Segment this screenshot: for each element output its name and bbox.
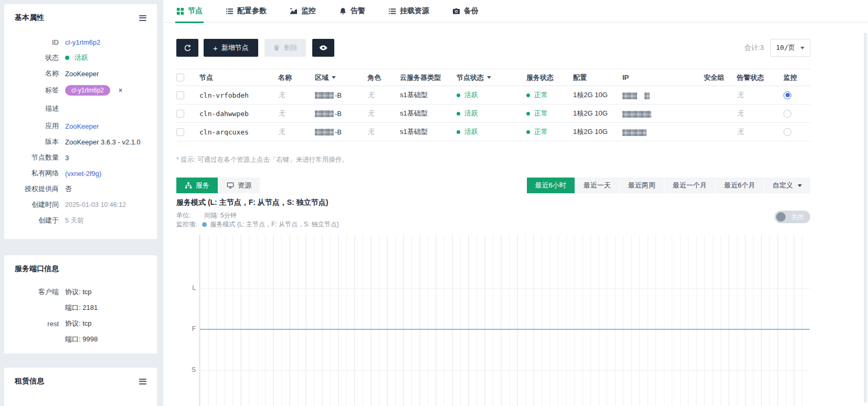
tab-config-params[interactable]: 配置参数	[226, 0, 267, 23]
view-columns-button[interactable]	[312, 39, 334, 57]
table-row[interactable]: cln-vrfobdeh 无 -B 无 s1基础型 活跃 正常 1核2G 10G…	[176, 86, 810, 105]
field-app: 应用 ZooKeeper	[4, 118, 157, 134]
view-switch: 服务 资源	[176, 178, 260, 193]
node-id[interactable]: cln-arqcuxes	[199, 128, 278, 136]
table-row[interactable]: cln-arqcuxes 无 -B 无 s1基础型 活跃 正常 1核2G 10G…	[176, 123, 810, 141]
field-status: 状态 活跃	[4, 50, 157, 66]
page-size-select[interactable]: 10/页	[770, 39, 810, 57]
interval-label: 间隔: 5分钟	[204, 211, 236, 220]
service-mode-chart: L F S	[199, 235, 810, 406]
status-dot	[457, 93, 460, 97]
y-tick-F: F	[176, 325, 196, 332]
tab-monitoring[interactable]: 监控	[290, 0, 316, 23]
range-6h-button[interactable]: 最近6小时	[527, 178, 575, 193]
delete-button[interactable]: 删除	[264, 39, 306, 57]
toggle-knob	[776, 212, 786, 222]
gridline	[200, 370, 810, 371]
y-tick-L: L	[176, 284, 196, 292]
basic-properties-panel: 基本属性 ID cl-y1rlm6p2 状态 活跃 名称 ZooKeeper 标…	[4, 4, 157, 239]
redacted-ip	[622, 92, 637, 99]
range-1m-button[interactable]: 最近一个月	[664, 178, 715, 193]
node-id[interactable]: cln-vrfobdeh	[199, 91, 278, 99]
chevron-down-icon	[800, 47, 805, 49]
tab-bar: 节点 配置参数 监控 告警 挂载资源 备份	[163, 0, 868, 23]
panel-menu-icon[interactable]	[139, 379, 146, 384]
row-checkbox[interactable]	[176, 128, 184, 136]
active-tab-underline	[175, 22, 204, 23]
field-id: ID cl-y1rlm6p2	[4, 34, 157, 50]
remove-tag-icon[interactable]: ×	[119, 87, 122, 94]
table-row[interactable]: cln-dahwwpeb 无 -B 无 s1基础型 活跃 正常 1核2G 10G…	[176, 105, 810, 123]
cluster-id-link[interactable]: cl-y1rlm6p2	[65, 38, 100, 46]
redacted-region	[315, 129, 334, 136]
range-custom-button[interactable]: 自定义	[764, 178, 810, 193]
node-toolbar: + 新增节点 删除 合计:3 10/页	[176, 39, 810, 57]
lease-info-panel: 租赁信息	[4, 368, 157, 406]
redacted-region	[315, 92, 334, 99]
sort-node-status-icon[interactable]	[487, 76, 491, 79]
y-tick-S: S	[176, 366, 196, 373]
monitor-controls: 服务 资源 最近6小时 最近一天 最近两周 最近一个月 最近6个月 自定义	[176, 178, 810, 193]
time-range-switch: 最近6小时 最近一天 最近两周 最近一个月 最近6个月 自定义	[527, 178, 810, 193]
status-dot	[526, 112, 530, 116]
monitor-radio[interactable]	[784, 128, 791, 136]
redacted-ip	[622, 111, 651, 118]
range-6m-button[interactable]: 最近6个月	[716, 178, 764, 193]
app-link[interactable]: ZooKeeper	[65, 122, 99, 130]
field-node-count: 节点数量 3	[4, 150, 157, 165]
tab-nodes[interactable]: 节点	[176, 0, 203, 23]
plus-icon: +	[213, 44, 218, 52]
chevron-down-icon	[798, 184, 802, 187]
status-dot	[526, 93, 530, 97]
status-dot	[457, 112, 460, 116]
tab-mounted-resources[interactable]: 挂载资源	[388, 0, 429, 23]
field-vxnet: 私有网络 (vxnet-2f9g)	[4, 165, 157, 181]
row-checkbox[interactable]	[176, 91, 184, 99]
tag-pill[interactable]: cl-y1rlm6p2	[65, 85, 110, 96]
created-ago-value: 5 天前	[65, 216, 83, 225]
total-count: 合计:3	[745, 43, 764, 53]
port-row: 端口: 2181	[4, 300, 157, 316]
field-version: 版本 ZooKeeper 3.6.3 - v2.1.0	[4, 134, 157, 150]
row-checkbox[interactable]	[176, 110, 184, 118]
port-row: rest 协议: tcp	[4, 316, 157, 331]
redacted-ip	[644, 92, 650, 99]
vxnet-link[interactable]: (vxnet-2f9g)	[65, 170, 101, 178]
field-provider: 授权提供商 否	[4, 181, 157, 197]
grid-icon	[176, 7, 184, 15]
status-dot	[526, 130, 530, 134]
main-content: 节点 配置参数 监控 告警 挂载资源 备份 + 新增节点	[163, 0, 868, 406]
view-resource-button[interactable]: 资源	[218, 178, 260, 193]
refresh-button[interactable]	[176, 39, 198, 57]
monitor-radio[interactable]	[784, 110, 791, 118]
redacted-region	[315, 110, 334, 117]
range-2w-button[interactable]: 最近两周	[620, 178, 664, 193]
view-service-button[interactable]: 服务	[176, 178, 218, 193]
range-1d-button[interactable]: 最近一天	[575, 178, 619, 193]
tab-alerts[interactable]: 告警	[339, 0, 365, 23]
legend-dot-icon	[202, 222, 207, 227]
area-chart-icon	[290, 7, 298, 15]
add-node-button[interactable]: + 新增节点	[204, 39, 258, 57]
chart-title: 服务模式 (L: 主节点，F: 从节点，S: 独立节点)	[176, 198, 328, 207]
sitemap-icon	[185, 182, 192, 189]
field-created-time: 创建时间 2025-01-03 10:46:12	[4, 197, 157, 213]
node-id[interactable]: cln-dahwwpeb	[199, 110, 278, 118]
monitor-radio[interactable]	[784, 91, 791, 99]
sort-region-icon[interactable]	[332, 76, 336, 79]
panel-menu-icon[interactable]	[139, 15, 146, 21]
field-name: 名称 ZooKeeper	[4, 66, 157, 81]
field-description: 描述	[4, 99, 157, 118]
port-row: 客户端 协议: tcp	[4, 284, 157, 300]
created-time-value: 2025-01-03 10:46:12	[65, 201, 126, 209]
legend-series-label: 服务模式 (L: 主节点，F: 从节点，S: 独立节点)	[210, 220, 338, 229]
panel-title: 基本属性	[15, 13, 44, 23]
status-text: 活跃	[75, 53, 88, 63]
version-value: ZooKeeper 3.6.3 - v2.1.0	[65, 138, 141, 146]
vertical-scrollbar[interactable]	[864, 33, 867, 403]
series-line	[200, 329, 810, 330]
select-all-checkbox[interactable]	[176, 74, 184, 81]
chart-toggle-off[interactable]: 关闭	[775, 211, 810, 223]
tab-backup[interactable]: 备份	[452, 0, 479, 23]
port-row: 端口: 9998	[4, 331, 157, 347]
